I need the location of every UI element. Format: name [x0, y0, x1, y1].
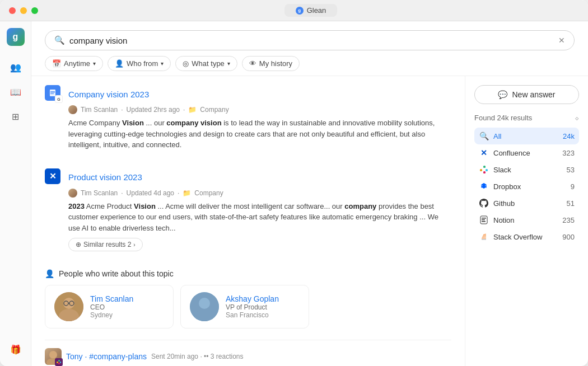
results-count-row: Found 24k results ⬦: [474, 113, 579, 122]
source-label-github: Github: [493, 199, 515, 208]
sidebar-item-book[interactable]: 📖: [6, 82, 26, 102]
source-label-stackoverflow: Stack Overflow: [493, 233, 542, 241]
people-cards: Tim Scanlan CEO Sydney: [45, 285, 451, 329]
result-meta-2: Tim Scanlan · Updated 4d ago · 📁 Company: [45, 189, 451, 198]
source-count-all: 24k: [563, 132, 575, 140]
svg-rect-33: [482, 236, 486, 237]
updated-time-2: Updated 4d ago: [127, 189, 174, 197]
search-icon: 🔍: [54, 35, 65, 45]
stackoverflow-source-icon: [479, 232, 489, 242]
search-bar-container: 🔍 ✕: [45, 30, 575, 50]
content-area: 🔍 ✕ 📅 Anytime ▾ 👤 Who from ▾: [31, 21, 588, 366]
person-avatar-akshay: [190, 292, 219, 321]
eye-icon: 👁: [249, 59, 256, 68]
source-item-github[interactable]: Github 51: [474, 195, 579, 212]
slack-message: Tony · #company-plans Sent 20min ago · •…: [45, 340, 451, 366]
sidebar-item-gift[interactable]: 🎁: [6, 339, 26, 359]
sidebar: g 👥 📖 ⊞ 🎁: [0, 21, 31, 366]
source-item-slack[interactable]: Slack 53: [474, 161, 579, 178]
source-item-stackoverflow[interactable]: Stack Overflow 900: [474, 228, 579, 245]
location-1: Company: [200, 106, 228, 114]
slack-badge: [55, 358, 63, 366]
person-card-akshay[interactable]: Akshay Goplan VP of Product San Francisc…: [180, 285, 309, 329]
svg-rect-35: [483, 234, 486, 235]
sidebar-item-people[interactable]: 👥: [6, 57, 26, 77]
sidebar-item-org[interactable]: ⊞: [6, 106, 26, 126]
svg-rect-18: [60, 362, 61, 363]
book-icon: 📖: [10, 87, 21, 97]
message-icon: 💬: [498, 90, 507, 99]
filter-anytime-label: Anytime: [64, 59, 90, 68]
result-item-product-vision: ✕ Product vision 2023 Tim Scanlan · Upda…: [45, 168, 451, 261]
results-main: G Company vision 2023 Tim Scanlan · Upda…: [31, 76, 465, 366]
people-header-icon: 👤: [45, 269, 54, 278]
filter-what-type[interactable]: ◎ What type ▾: [175, 56, 237, 71]
search-area: 🔍 ✕ 📅 Anytime ▾ 👤 Who from ▾: [31, 21, 588, 76]
person-avatar-tim: [54, 292, 83, 321]
source-label-all: All: [493, 132, 501, 140]
source-item-dropbox[interactable]: Dropbox 9: [474, 178, 579, 195]
slack-source-icon: [479, 165, 489, 175]
people-icon: 👥: [10, 62, 21, 73]
result-title-company-vision[interactable]: Company vision 2023: [68, 90, 149, 99]
slack-author: Tony · #company-plans: [66, 352, 147, 361]
location-icon-2: 📁: [183, 189, 191, 197]
updated-time-1: Updated 2hrs ago: [127, 106, 180, 114]
svg-rect-17: [58, 363, 60, 364]
person-info-akshay: Akshay Goplan VP of Product San Francisc…: [226, 294, 279, 319]
person-card-tim[interactable]: Tim Scanlan CEO Sydney: [45, 285, 174, 329]
source-label-dropbox: Dropbox: [493, 182, 521, 191]
result-header-2: ✕ Product vision 2023: [45, 168, 451, 186]
slack-reactions: 3 reactions: [211, 353, 244, 360]
filter-my-history-label: My history: [259, 59, 292, 68]
filter-anytime[interactable]: 📅 Anytime ▾: [45, 56, 103, 71]
filter-icon[interactable]: ⬦: [575, 113, 579, 122]
filter-my-history[interactable]: 👁 My history: [242, 56, 300, 71]
similar-results-button[interactable]: ⊕ Similar results 2 ›: [68, 238, 143, 251]
source-count-stackoverflow: 900: [562, 233, 575, 241]
source-list: 🔍 All 24k ✕ Confluence 323: [474, 128, 579, 245]
source-item-all[interactable]: 🔍 All 24k: [474, 128, 579, 144]
filter-who-from[interactable]: 👤 Who from ▾: [108, 56, 171, 71]
slack-header: Tony · #company-plans Sent 20min ago · •…: [45, 348, 451, 365]
confluence-source-icon: ✕: [479, 148, 489, 158]
fullscreen-button[interactable]: [31, 7, 38, 14]
svg-rect-28: [482, 218, 486, 219]
person-title-tim: CEO: [90, 303, 133, 311]
sidebar-logo[interactable]: g: [7, 28, 25, 46]
title-bar-center: g Glean: [43, 4, 579, 17]
slack-avatar-wrapper: [45, 348, 62, 365]
source-label-slack: Slack: [493, 166, 511, 174]
minimize-button[interactable]: [20, 7, 27, 14]
person-title-akshay: VP of Product: [226, 303, 279, 311]
app-window: g Glean g 👥 📖 ⊞ 🎁: [0, 0, 588, 366]
source-count-github: 51: [567, 199, 575, 208]
confluence-x: ✕: [49, 171, 57, 181]
result-snippet-1: Acme Company Vision ... our company visi…: [45, 118, 451, 151]
filter-who-from-label: Who from: [127, 59, 158, 68]
dropbox-source-icon: [479, 181, 489, 191]
search-input[interactable]: [69, 36, 554, 45]
results-sidebar: 💬 New answer Found 24k results ⬦ 🔍 All 2…: [465, 76, 588, 366]
new-answer-button[interactable]: 💬 New answer: [474, 85, 579, 104]
app-title: Glean: [307, 6, 326, 15]
result-title-product-vision[interactable]: Product vision 2023: [68, 172, 142, 182]
google-badge: G: [55, 95, 63, 103]
svg-rect-34: [483, 235, 486, 236]
similar-label: Similar results 2: [83, 241, 131, 248]
author-name-1: Tim Scanlan: [81, 106, 118, 114]
close-button[interactable]: [9, 7, 16, 14]
chevron-down-icon-3: ▾: [227, 60, 230, 67]
person-info-tim: Tim Scanlan CEO Sydney: [90, 294, 133, 319]
calendar-icon: 📅: [52, 59, 61, 68]
results-layout: G Company vision 2023 Tim Scanlan · Upda…: [31, 76, 588, 366]
location-2: Company: [194, 189, 223, 197]
filter-what-type-label: What type: [192, 59, 225, 68]
people-section: 👤 People who write about this topic: [45, 269, 451, 329]
source-item-confluence[interactable]: ✕ Confluence 323: [474, 144, 579, 161]
app-title-pill: g Glean: [284, 4, 338, 17]
source-item-notion[interactable]: Notion 235: [474, 212, 579, 228]
glean-logo-icon: g: [296, 7, 304, 15]
source-count-dropbox: 9: [571, 182, 575, 191]
clear-icon[interactable]: ✕: [558, 36, 565, 45]
